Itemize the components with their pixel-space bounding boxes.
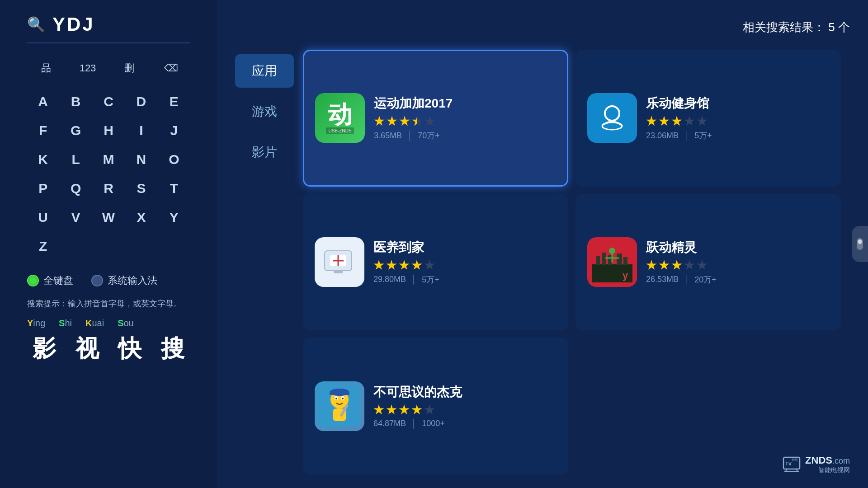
app-card-yundongjia[interactable]: 动 USB-ZNDS 运动加加2017 3.65MB │ <box>303 50 568 187</box>
pinyin-kuai[interactable]: Kuai <box>85 318 104 328</box>
jack-svg <box>319 386 360 427</box>
key-qr[interactable]: 品 <box>27 57 65 80</box>
category-sidebar: 应用 游戏 影片 <box>235 50 294 474</box>
app-size-yundongjia: 3.65MB <box>374 131 402 141</box>
ledong-svg <box>594 100 630 136</box>
app-icon-ledong <box>587 93 637 143</box>
app-card-yuedong[interactable]: y 跃动精灵 26.53MB │ 20万+ <box>576 194 841 331</box>
key-I[interactable]: I <box>125 117 157 145</box>
search-query: YDJ <box>52 14 95 35</box>
key-E[interactable]: E <box>158 88 190 116</box>
key-S[interactable]: S <box>125 174 157 202</box>
svg-rect-9 <box>596 256 600 265</box>
app-downloads-ledong: 5万+ <box>694 130 712 141</box>
app-meta-yiyng: 29.80MB │ 5万+ <box>373 274 557 285</box>
key-J[interactable]: J <box>158 117 190 145</box>
key-Y[interactable]: Y <box>158 203 190 231</box>
app-stars-ledong <box>646 116 829 127</box>
svg-point-22 <box>335 398 337 399</box>
category-apps[interactable]: 应用 <box>235 54 294 88</box>
right-panel: 相关搜索结果： 5 个 应用 游戏 影片 动 USB-ZNDS 运动加加2017 <box>217 0 868 488</box>
key-D[interactable]: D <box>125 88 157 116</box>
top-bar: 相关搜索结果： 5 个 <box>235 14 850 41</box>
apps-grid: 动 USB-ZNDS 运动加加2017 3.65MB │ <box>294 50 850 474</box>
key-K[interactable]: K <box>27 145 59 174</box>
scroll-indicator <box>852 226 868 262</box>
key-A[interactable]: A <box>27 88 59 116</box>
search-hint-content: 输入拼音首字母，或英文字母。 <box>68 299 182 308</box>
content-area: 应用 游戏 影片 动 USB-ZNDS 运动加加2017 <box>235 50 850 474</box>
logo-text: ZNDS.com 智能电视网 <box>805 455 850 474</box>
key-P[interactable]: P <box>27 174 59 202</box>
key-G[interactable]: G <box>60 117 91 145</box>
app-icon-jack <box>315 381 364 431</box>
category-games[interactable]: 游戏 <box>235 95 294 128</box>
app-card-yiyng[interactable]: 医养到家 29.80MB │ 5万+ <box>303 194 568 331</box>
input-methods: 全键盘 系统输入法 <box>27 274 190 287</box>
app-name-ledong: 乐动健身馆 <box>646 95 829 112</box>
logo-suffix: .com <box>832 456 850 465</box>
app-size-ledong: 23.06MB <box>646 131 679 141</box>
pinyin-suggestions: Ying Shi Kuai Sou <box>27 318 190 328</box>
full-keyboard-label: 全键盘 <box>43 274 73 287</box>
key-backspace[interactable]: ⌫ <box>152 57 190 80</box>
key-N[interactable]: N <box>125 145 157 174</box>
key-B[interactable]: B <box>60 88 91 116</box>
app-card-ledong[interactable]: 乐动健身馆 23.06MB │ 5万+ <box>576 50 841 187</box>
scroll-icon <box>856 237 864 251</box>
char-ying[interactable]: 影 <box>33 335 56 361</box>
key-L[interactable]: L <box>60 145 91 174</box>
pinyin-shi[interactable]: Shi <box>59 318 72 328</box>
app-meta-yuedong: 26.53MB │ 20万+ <box>646 274 829 285</box>
app-meta-ledong: 23.06MB │ 5万+ <box>646 130 829 141</box>
system-input-label: 系统输入法 <box>108 274 157 287</box>
svg-rect-12 <box>617 253 622 265</box>
app-downloads-yundongjia: 70万+ <box>418 130 440 141</box>
key-delete[interactable]: 删 <box>110 57 148 80</box>
key-H[interactable]: H <box>93 117 124 145</box>
key-Q[interactable]: Q <box>60 174 91 202</box>
app-meta-yundongjia: 3.65MB │ 70万+ <box>374 130 556 141</box>
app-icon-yuedong: y <box>587 237 637 287</box>
search-hint: 搜索提示：输入拼音首字母，或英文字母。 <box>27 298 190 309</box>
key-U[interactable]: U <box>27 203 59 231</box>
star-4 <box>412 116 423 127</box>
char-sou[interactable]: 搜 <box>161 335 184 361</box>
system-input-radio <box>91 275 103 286</box>
app-card-jack[interactable]: 不可思议的杰克 64.87MB │ 1000+ <box>303 338 568 474</box>
svg-rect-13 <box>623 257 627 265</box>
full-keyboard-option[interactable]: 全键盘 <box>27 274 73 287</box>
pinyin-ying-romanized: Ying <box>27 318 45 328</box>
svg-point-0 <box>605 106 619 121</box>
pinyin-shi-romanized: Shi <box>59 318 72 328</box>
key-X[interactable]: X <box>125 203 157 231</box>
svg-text:y: y <box>623 270 628 281</box>
key-R[interactable]: R <box>93 174 124 202</box>
keyboard-letters: A B C D E F G H I J K L M N O P Q R S T … <box>27 88 190 260</box>
key-Z[interactable]: Z <box>27 232 59 260</box>
char-shi[interactable]: 视 <box>75 335 99 361</box>
star-5 <box>425 116 435 127</box>
svg-text:智能: 智能 <box>792 458 798 461</box>
key-V[interactable]: V <box>60 203 91 231</box>
svg-rect-29 <box>858 239 862 244</box>
app-icon-yiyng <box>315 237 364 287</box>
pinyin-chars: 影 视 快 搜 <box>27 333 190 365</box>
result-count-label: 相关搜索结果： <box>743 20 825 34</box>
key-C[interactable]: C <box>93 88 124 116</box>
search-hint-prefix: 搜索提示： <box>27 299 68 308</box>
key-O[interactable]: O <box>158 145 190 174</box>
system-input-option[interactable]: 系统输入法 <box>91 274 157 287</box>
pinyin-ying[interactable]: Ying <box>27 318 45 328</box>
yuedong-svg: y <box>592 242 632 282</box>
key-W[interactable]: W <box>93 203 124 231</box>
key-123[interactable]: 123 <box>69 57 107 80</box>
app-name-yuedong: 跃动精灵 <box>646 239 829 256</box>
app-size-jack: 64.87MB <box>373 419 406 428</box>
key-M[interactable]: M <box>93 145 124 174</box>
key-F[interactable]: F <box>27 117 59 145</box>
pinyin-sou[interactable]: Sou <box>118 318 134 328</box>
category-movies[interactable]: 影片 <box>235 136 294 169</box>
key-T[interactable]: T <box>158 174 190 202</box>
char-kuai[interactable]: 快 <box>118 335 142 361</box>
